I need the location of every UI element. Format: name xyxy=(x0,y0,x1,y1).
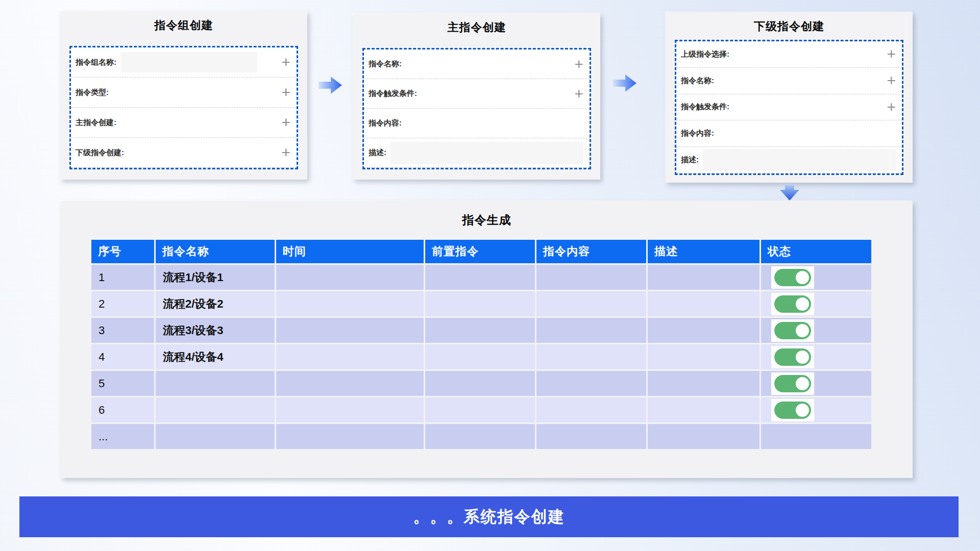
status-cell xyxy=(761,318,871,343)
content-cell xyxy=(536,344,646,369)
field-label: 指令名称: xyxy=(369,59,402,69)
col-header-status: 状态 xyxy=(761,240,871,263)
description-input[interactable] xyxy=(703,149,896,171)
field-row-instruction-content: 指令内容: xyxy=(676,120,902,147)
desc-cell xyxy=(648,318,760,343)
status-toggle[interactable] xyxy=(771,372,814,395)
table-row: 5 xyxy=(91,371,871,396)
index-cell: 4 xyxy=(91,344,154,369)
toggle-on-icon xyxy=(774,269,811,286)
plus-icon[interactable]: + xyxy=(887,101,896,114)
pre-instruction-cell xyxy=(425,397,535,422)
field-row-instruction-name: 指令名称: + xyxy=(364,49,590,79)
toggle-knob xyxy=(796,271,809,284)
instruction-table-body: 1流程1/设备12流程2/设备23流程3/设备34流程4/设备456... xyxy=(91,265,871,449)
time-cell xyxy=(276,424,424,449)
field-row-instruction-content: 指令内容: xyxy=(364,109,590,138)
content-cell xyxy=(536,291,646,316)
status-toggle[interactable] xyxy=(771,319,814,342)
field-label: 描述: xyxy=(369,148,386,158)
field-label: 指令内容: xyxy=(681,129,714,138)
col-header-time: 时间 xyxy=(276,240,424,263)
plus-icon[interactable]: + xyxy=(887,74,896,87)
name-cell: 流程4/设备4 xyxy=(156,344,275,369)
name-cell: 流程2/设备2 xyxy=(156,291,275,316)
panel-title: 主指令创建 xyxy=(353,13,600,35)
panel-title: 指令组创建 xyxy=(60,11,307,33)
content-cell xyxy=(536,424,646,449)
field-row-parent-instruction: 上级指令选择: + xyxy=(676,41,902,68)
status-toggle[interactable] xyxy=(771,266,814,289)
field-label: 指令组名称: xyxy=(76,58,116,67)
plus-icon[interactable]: + xyxy=(574,87,583,101)
toggle-on-icon xyxy=(774,295,811,313)
arrow-right-icon xyxy=(318,76,343,95)
field-row-instruction-type: 指令类型: + xyxy=(71,78,297,108)
toggle-on-icon xyxy=(774,348,811,366)
table-row: 3流程3/设备3 xyxy=(91,318,871,343)
toggle-knob xyxy=(796,297,809,311)
time-cell xyxy=(276,265,424,290)
status-toggle[interactable] xyxy=(771,293,814,315)
desc-cell xyxy=(648,397,760,422)
field-label: 指令内容: xyxy=(369,118,402,128)
field-row-trigger-condition: 指令触发条件: + xyxy=(676,94,902,121)
status-cell xyxy=(761,397,871,422)
desc-cell xyxy=(648,265,760,290)
plus-icon[interactable]: + xyxy=(281,86,290,99)
field-label: 指令触发条件: xyxy=(681,102,729,112)
field-label: 下级指令创建: xyxy=(76,148,124,158)
pre-instruction-cell xyxy=(425,424,535,449)
field-row-sub-instruction: 下级指令创建: + xyxy=(71,138,297,168)
toggle-knob xyxy=(796,350,809,364)
toggle-knob xyxy=(796,324,809,337)
time-cell xyxy=(276,291,424,316)
desc-cell xyxy=(648,371,760,396)
toggle-on-icon xyxy=(774,322,811,339)
field-row-description: 描述: xyxy=(364,138,590,168)
time-cell xyxy=(276,318,424,343)
field-row-main-instruction: 主指令创建: + xyxy=(71,108,297,138)
content-cell xyxy=(536,265,646,290)
plus-icon[interactable]: + xyxy=(887,47,896,61)
status-toggle[interactable] xyxy=(771,399,814,421)
pre-instruction-cell xyxy=(425,318,535,343)
col-header-pre-instruction: 前置指令 xyxy=(425,240,535,263)
table-header-row: 序号 指令名称 时间 前置指令 指令内容 描述 状态 xyxy=(91,240,871,263)
status-toggle[interactable] xyxy=(771,346,814,368)
toggle-knob xyxy=(796,404,809,417)
plus-icon[interactable]: + xyxy=(281,146,290,159)
status-cell xyxy=(761,291,871,316)
panel-title: 下级指令创建 xyxy=(666,12,913,34)
pre-instruction-cell xyxy=(425,265,535,290)
description-input[interactable] xyxy=(390,142,583,164)
plus-icon[interactable]: + xyxy=(281,56,290,69)
group-name-input[interactable] xyxy=(120,52,257,72)
time-cell xyxy=(276,397,424,422)
table-row: 1流程1/设备1 xyxy=(91,265,871,290)
banner-label: 。。。系统指令创建 xyxy=(413,506,565,528)
table-row: ... xyxy=(91,424,871,449)
index-cell: 1 xyxy=(91,265,154,290)
bottom-banner: 。。。系统指令创建 xyxy=(19,496,959,537)
index-cell: 3 xyxy=(91,318,154,343)
content-cell xyxy=(536,397,646,422)
field-row-description: 描述: xyxy=(676,147,902,173)
plus-icon[interactable]: + xyxy=(574,58,583,71)
plus-icon[interactable]: + xyxy=(281,116,290,129)
field-label: 指令类型: xyxy=(76,88,109,97)
desc-cell xyxy=(648,424,760,449)
index-cell: 6 xyxy=(91,397,154,422)
status-cell xyxy=(761,371,871,396)
name-cell xyxy=(156,424,275,449)
name-cell xyxy=(156,397,275,422)
field-label: 指令触发条件: xyxy=(369,89,417,98)
table-row: 2流程2/设备2 xyxy=(91,291,871,316)
status-cell xyxy=(761,424,871,449)
instruction-table: 序号 指令名称 时间 前置指令 指令内容 描述 状态 1流程1/设备12流程2/… xyxy=(90,238,873,450)
panel-main-instruction: 主指令创建 指令名称: + 指令触发条件: + 指令内容: 描述: xyxy=(353,13,600,180)
field-label: 主指令创建: xyxy=(76,118,116,128)
field-label: 上级指令选择: xyxy=(681,49,729,59)
table-title: 指令生成 xyxy=(61,201,913,228)
status-cell xyxy=(761,344,871,369)
